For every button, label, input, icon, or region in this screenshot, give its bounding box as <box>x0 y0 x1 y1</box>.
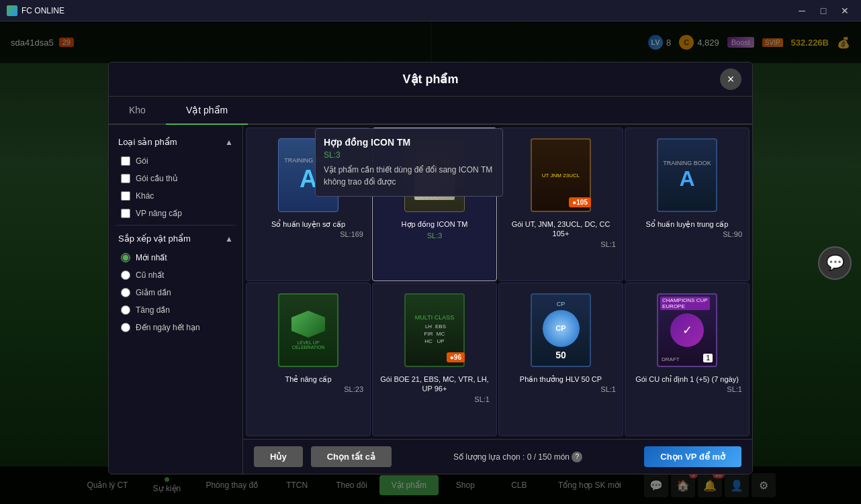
cu-pack-img: CHAMPIONS CUPEUROPE ✓ 1 DRAFT <box>657 293 717 367</box>
cancel-button[interactable]: Hủy <box>254 446 303 467</box>
tab-vatpham[interactable]: Vật phẩm <box>166 97 248 125</box>
training-adv-img: TRAINING BOOK A <box>657 138 717 212</box>
chat-avatar-icon: 💬 <box>826 254 844 272</box>
item-name-2: Hợp đồng ICON TM <box>402 219 468 229</box>
checkbox-vpnangcap[interactable] <box>121 209 130 218</box>
label-goicauthu: Gói cầu thủ <box>136 174 178 183</box>
training-book-letter: A <box>300 165 317 193</box>
ut-pack-label: UT JNM 23UCL <box>542 172 580 179</box>
item-qty-4: SL:90 <box>723 230 742 238</box>
label-vpnangcap: VP nâng cấp <box>136 209 182 218</box>
radio-giamdan[interactable] <box>121 288 130 297</box>
title-bar-controls[interactable]: ─ □ ✕ <box>792 4 854 17</box>
label-hethan: Đến ngày hết hạn <box>136 323 200 332</box>
training-adv-letter: A <box>679 166 694 191</box>
modal-close-button[interactable]: × <box>720 68 741 90</box>
item-qty-5: SL:23 <box>344 385 363 393</box>
sort-moinhat[interactable]: Mới nhất <box>116 249 236 266</box>
ut-pack-badge: ●105 <box>569 197 591 207</box>
upgrade-logo <box>291 311 325 338</box>
app-title: FC ONLINE <box>21 6 64 15</box>
item-qty-6: SL:1 <box>474 395 490 403</box>
chevron-up-icon: ▲ <box>225 234 233 244</box>
help-icon[interactable]: ? <box>572 452 582 462</box>
item-name-7: Phần thưởng HLV 50 CP <box>520 374 602 384</box>
section-label-sapxep: Sắp xếp vật phẩm <box>118 234 191 244</box>
modal-tabs[interactable]: Kho Vật phẩm <box>109 97 752 125</box>
item-card-cp[interactable]: CP CP 50 Phần thưởng HLV 50 CP SL:1 <box>498 283 623 436</box>
select-info: Số lượng lựa chọn : 0 / 150 món ? <box>400 452 636 462</box>
checkbox-goicauthu[interactable] <box>121 174 130 183</box>
item-card-upgrade[interactable]: LEVEL UPCELEBRATION Thẻ nâng cấp SL:23 <box>246 283 371 436</box>
modal-bottom-bar: Hủy Chọn tất cả Số lượng lựa chọn : 0 / … <box>243 439 752 474</box>
sort-cunhat[interactable]: Cũ nhất <box>116 266 236 284</box>
upgrade-img: LEVEL UPCELEBRATION <box>278 293 338 367</box>
sort-hethan[interactable]: Đến ngày hết hạn <box>116 319 236 336</box>
item-image-ut-pack: UT JNM 23UCL ●105 <box>527 135 594 215</box>
item-image-cp: CP CP 50 <box>527 290 594 370</box>
item-card-contract-icon[interactable]: CONTRACT ICON TM Hợp đồng ICON TM SL:3 H… <box>372 128 497 281</box>
item-card-training-adv[interactable]: TRAINING BOOK A Sổ huấn luyện trung cấp … <box>625 128 750 281</box>
cu-emblem: ✓ <box>670 313 704 347</box>
item-card-cu[interactable]: CHAMPIONS CUPEUROPE ✓ 1 DRAFT Gói CU chỉ… <box>625 283 750 436</box>
label-giamdan: Giảm dần <box>136 288 171 297</box>
filter-goicauthu[interactable]: Gói cầu thủ <box>116 170 236 187</box>
modal-title: Vật phẩm <box>403 72 459 87</box>
radio-hethan[interactable] <box>121 323 130 332</box>
item-card-ut-pack[interactable]: UT JNM 23UCL ●105 Gói UT, JNM, 23UCL, DC… <box>498 128 623 281</box>
sort-giamdan[interactable]: Giảm dần <box>116 284 236 301</box>
contract-image <box>414 166 455 200</box>
filter-vpnangcap[interactable]: VP nâng cấp <box>116 205 236 222</box>
item-image-training-basic: TRAINING BOOK A <box>275 135 342 215</box>
checkbox-khac[interactable] <box>121 191 130 201</box>
items-grid: TRAINING BOOK A Sổ huấn luyện sơ cấp SL:… <box>243 125 752 439</box>
maximize-button[interactable]: □ <box>814 4 833 17</box>
boe-badge: ●96 <box>447 352 465 362</box>
item-name-6: Gói BOE 21, EBS, MC, VTR, LH, UP 96+ <box>379 374 490 394</box>
boe-pack-label: MULTI CLASS <box>415 314 454 321</box>
modal-body: Loại sản phẩm ▲ Gói Gói cầu thủ Khác <box>109 125 752 474</box>
contract-card-img: CONTRACT ICON TM <box>404 138 465 212</box>
select-info-text: Số lượng lựa chọn : 0 / 150 món <box>453 452 570 461</box>
vp-button[interactable]: Chọn VP để mở <box>644 446 741 467</box>
sidebar-section-loaisanpham[interactable]: Loại sản phẩm ▲ <box>116 132 236 152</box>
minimize-button[interactable]: ─ <box>792 4 811 17</box>
title-bar: FC ONLINE ─ □ ✕ <box>0 0 861 21</box>
sort-tangdan[interactable]: Tăng dần <box>116 301 236 319</box>
item-card-training-basic[interactable]: TRAINING BOOK A Sổ huấn luyện sơ cấp SL:… <box>246 128 371 281</box>
label-tangdan: Tăng dần <box>136 305 170 315</box>
select-all-button[interactable]: Chọn tất cả <box>311 446 392 467</box>
label-goi: Gói <box>136 156 148 166</box>
item-qty-3: SL:1 <box>600 240 616 248</box>
cp-label: CP <box>557 301 565 307</box>
cu-number: 1 <box>703 354 713 362</box>
modal-overlay: Vật phẩm × Kho Vật phẩm Loại sản phẩm ▲ <box>0 21 861 504</box>
filter-khac[interactable]: Khác <box>116 187 236 205</box>
content-area: TRAINING BOOK A Sổ huấn luyện sơ cấp SL:… <box>243 125 752 474</box>
item-image-training-adv: TRAINING BOOK A <box>653 135 721 215</box>
chat-avatar[interactable]: 💬 <box>818 246 852 280</box>
item-qty-8: SL:1 <box>727 385 742 393</box>
item-image-cu: CHAMPIONS CUPEUROPE ✓ 1 DRAFT <box>653 290 721 370</box>
item-card-boe[interactable]: MULTI CLASS LH EBS FIR MC HC UP <box>372 283 497 436</box>
label-cunhat: Cũ nhất <box>136 270 164 280</box>
training-book-img: TRAINING BOOK A <box>278 138 338 212</box>
radio-cunhat[interactable] <box>121 270 130 280</box>
sidebar-section-sapxep[interactable]: Sắp xếp vật phẩm ▲ <box>116 228 236 249</box>
tab-kho[interactable]: Kho <box>109 97 166 125</box>
checkbox-goi[interactable] <box>121 156 130 166</box>
chevron-down-icon: ▲ <box>225 138 233 147</box>
upgrade-text: LEVEL UPCELEBRATION <box>292 340 325 350</box>
item-qty-2: SL:3 <box>427 232 443 240</box>
close-button[interactable]: ✕ <box>835 4 854 17</box>
radio-tangdan[interactable] <box>121 305 130 315</box>
label-moinhat: Mới nhất <box>136 253 167 262</box>
item-image-upgrade: LEVEL UPCELEBRATION <box>275 290 342 370</box>
cp-coin: CP <box>543 310 580 347</box>
radio-moinhat[interactable] <box>121 253 130 262</box>
item-name-8: Gói CU chỉ định 1 (+5) (7 ngày) <box>635 374 739 384</box>
filter-goi[interactable]: Gói <box>116 152 236 170</box>
boe-pack-img: MULTI CLASS LH EBS FIR MC HC UP <box>404 293 465 367</box>
modal: Vật phẩm × Kho Vật phẩm Loại sản phẩm ▲ <box>108 62 753 474</box>
contract-sublabel: CONTRACT <box>420 151 449 157</box>
